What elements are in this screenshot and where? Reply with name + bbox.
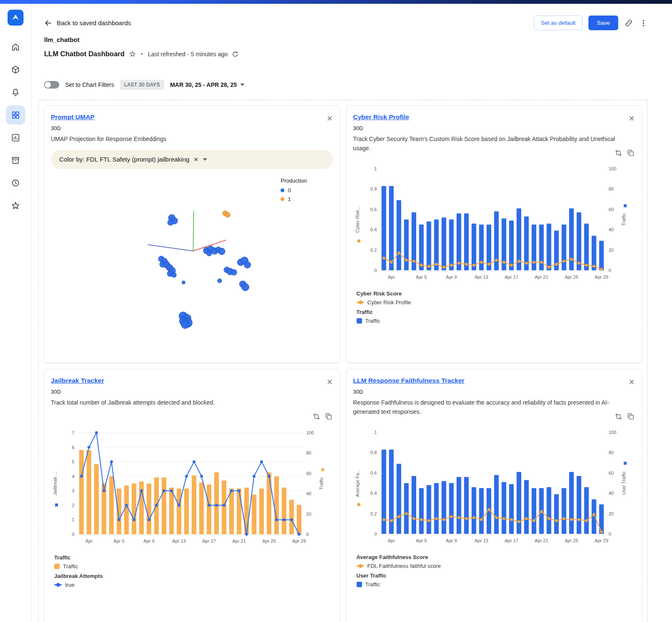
app-logo[interactable] — [8, 10, 24, 26]
crop-chart-icon[interactable] — [313, 413, 320, 420]
svg-text:100: 100 — [609, 166, 616, 171]
svg-text:40: 40 — [609, 491, 614, 496]
jailbreak-chart[interactable]: 01234567020406080100AprApr 5Apr 9Apr 13A… — [51, 426, 328, 549]
svg-text:0: 0 — [72, 532, 74, 537]
svg-text:1: 1 — [374, 166, 376, 171]
toggle-knob — [45, 82, 51, 88]
back-to-dashboards-link[interactable]: Back to saved dashboards — [44, 19, 131, 27]
sidebar-item-projects[interactable] — [6, 151, 25, 170]
svg-text:6: 6 — [72, 444, 74, 450]
svg-text:Apr 29: Apr 29 — [292, 538, 306, 544]
color-by-text: Color by: FDL FTL Safety (prompt) jailbr… — [59, 156, 189, 163]
color-by-pill[interactable]: Color by: FDL FTL Safety (prompt) jailbr… — [51, 150, 333, 169]
svg-text:Apr 5: Apr 5 — [416, 274, 427, 280]
close-card-button[interactable] — [326, 115, 333, 123]
svg-text:5: 5 — [72, 459, 74, 464]
card-faithfulness-tracker: LLM Response Faithfulness Tracker 30D Re… — [346, 369, 643, 622]
legend-item-1[interactable]: 1 — [281, 196, 307, 202]
svg-text:Apr 21: Apr 21 — [232, 538, 246, 544]
svg-text:40: 40 — [609, 227, 614, 233]
period-label: 30D — [51, 389, 333, 395]
refresh-icon[interactable] — [232, 51, 239, 57]
duplicate-chart-icon[interactable] — [627, 149, 634, 157]
range-badge: LAST 30 DAYS — [120, 80, 164, 90]
last-refreshed-text: Last refreshed - 5 minutes ago — [148, 51, 228, 57]
svg-text:2: 2 — [72, 503, 74, 508]
sidebar-item-models[interactable] — [6, 60, 25, 79]
duplicate-chart-icon[interactable] — [325, 413, 332, 420]
kebab-menu-icon[interactable] — [639, 19, 648, 27]
sidebar-item-dashboards[interactable] — [6, 105, 25, 125]
bell-icon — [11, 88, 20, 97]
clear-color-by-icon[interactable]: ✕ — [194, 156, 199, 163]
close-card-button[interactable] — [326, 379, 333, 387]
svg-text:Apr 25: Apr 25 — [262, 538, 276, 544]
page-title: LLM Chatbot Dashboard — [44, 50, 125, 58]
svg-text:Apr: Apr — [388, 274, 395, 280]
card-title-link[interactable]: LLM Response Faithfulness Tracker — [353, 377, 465, 384]
copy-link-icon[interactable] — [624, 18, 633, 28]
svg-text:Apr 29: Apr 29 — [594, 274, 608, 280]
orange-line-swatch — [357, 565, 364, 567]
chevron-down-icon — [203, 158, 207, 161]
legend-item[interactable]: Traffic — [357, 581, 635, 588]
legend-item[interactable]: Traffic — [54, 563, 333, 570]
save-button[interactable]: Save — [588, 16, 618, 30]
sidebar-item-favorites[interactable] — [6, 196, 25, 215]
date-range-picker[interactable]: MAR 30, 25 - APR 28, 25 — [170, 81, 244, 88]
svg-text:0.2: 0.2 — [370, 511, 376, 516]
legend-item[interactable]: Cyber Risk Profile — [357, 299, 635, 306]
sidebar-item-monitors[interactable] — [6, 128, 25, 147]
svg-text:Apr 17: Apr 17 — [504, 538, 518, 543]
svg-text:80: 80 — [609, 187, 614, 192]
chart-filters-toggle[interactable] — [44, 81, 59, 89]
period-label: 30D — [353, 389, 635, 395]
svg-text:80: 80 — [609, 450, 614, 455]
duplicate-chart-icon[interactable] — [627, 413, 634, 420]
legend-item[interactable]: true — [54, 582, 333, 588]
crop-chart-icon[interactable] — [615, 149, 622, 157]
sidebar-item-notifications[interactable] — [6, 83, 25, 102]
svg-text:Apr 21: Apr 21 — [534, 538, 548, 543]
close-icon — [628, 379, 635, 385]
svg-text:0.4: 0.4 — [370, 227, 376, 233]
legend-item-0[interactable]: 0 — [281, 187, 307, 193]
dashboard-icon — [11, 110, 20, 120]
legend-item[interactable]: Traffic — [357, 318, 635, 324]
cyber-risk-chart[interactable]: 00.20.40.60.81020406080100AprApr 5Apr 9A… — [353, 162, 630, 285]
dot-separator: • — [141, 51, 143, 57]
close-card-button[interactable] — [628, 115, 635, 123]
svg-text:0: 0 — [374, 268, 376, 273]
legend-item[interactable]: FDL Faithfulness faithful score — [357, 563, 635, 569]
card-prompt-umap: Prompt UMAP 30D UMAP Projection for Resp… — [44, 105, 340, 363]
svg-text:Apr 13: Apr 13 — [172, 538, 186, 544]
card-description: Track total number of Jailbreak attempts… — [51, 398, 328, 408]
toggle-label: Set to Chart Filters — [65, 81, 114, 88]
card-title-link[interactable]: Prompt UMAP — [51, 113, 94, 120]
svg-text:20: 20 — [609, 511, 614, 516]
svg-text:Apr 9: Apr 9 — [446, 538, 457, 543]
svg-text:80: 80 — [306, 450, 311, 455]
favorite-star-icon[interactable] — [129, 50, 136, 57]
crop-chart-icon[interactable] — [615, 413, 622, 420]
svg-text:0.2: 0.2 — [370, 248, 376, 253]
orange-bar-swatch — [54, 564, 60, 569]
close-card-button[interactable] — [628, 379, 635, 387]
set-as-default-button[interactable]: Set as default — [534, 16, 583, 30]
svg-text:Apr: Apr — [388, 538, 395, 543]
svg-text:0.8: 0.8 — [370, 187, 376, 192]
sidebar-item-history[interactable] — [6, 173, 25, 193]
card-title-link[interactable]: Jailbreak Tracker — [51, 377, 104, 384]
svg-text:60: 60 — [306, 470, 311, 476]
legend-title: Production — [281, 178, 307, 184]
chart-legend: Cyber Risk Score Cyber Risk Profile Traf… — [357, 290, 635, 324]
close-icon — [628, 115, 635, 122]
card-title-link[interactable]: Cyber Risk Profile — [353, 113, 410, 120]
svg-text:Jailbreak ...: Jailbreak ... — [52, 472, 58, 495]
svg-text:0.6: 0.6 — [370, 207, 376, 212]
sidebar — [0, 4, 32, 622]
svg-text:0: 0 — [306, 532, 309, 537]
svg-text:60: 60 — [609, 207, 614, 212]
faithfulness-chart[interactable]: 00.20.40.60.81020406080100AprApr 5Apr 9A… — [353, 426, 630, 548]
sidebar-item-home[interactable] — [6, 37, 25, 57]
